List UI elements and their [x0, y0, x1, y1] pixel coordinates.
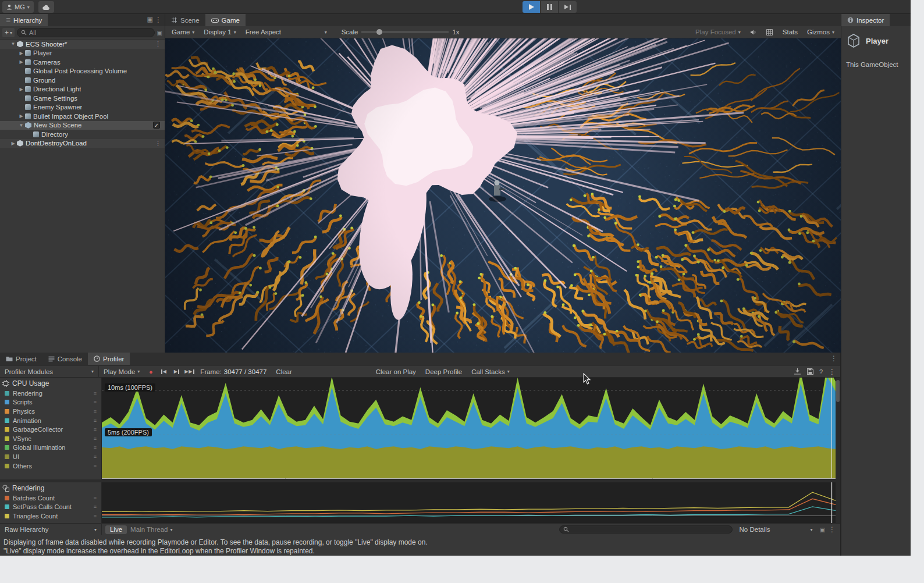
legend-item-setpass-calls-count[interactable]: SetPass Calls Count≡ [0, 503, 101, 512]
tab-scene[interactable]: Scene [165, 14, 205, 26]
profiler-search-field[interactable] [559, 525, 733, 534]
raw-hierarchy-dropdown[interactable]: Raw Hierarchy ▾ [0, 524, 102, 535]
hierarchy-item-cameras[interactable]: ▶Cameras [0, 58, 165, 67]
legend-item-physics[interactable]: Physics≡ [0, 407, 101, 416]
cpu-module-header[interactable]: CPU Usage [0, 378, 101, 389]
hierarchy-item-player[interactable]: ▶Player [0, 49, 165, 58]
game-view-render[interactable] [165, 38, 841, 353]
create-object-button[interactable]: + ▾ [2, 28, 15, 37]
help-icon[interactable]: ? [819, 368, 823, 375]
account-menu-button[interactable]: MG ▾ [2, 1, 34, 13]
rendering-module-header[interactable]: Rendering [0, 482, 101, 493]
hierarchy-item-ecs-shooter[interactable]: ▼ECS Shooter*⋮ [0, 40, 165, 49]
live-toggle[interactable]: Live [105, 525, 127, 534]
hierarchy-item-directional-light[interactable]: ▶Directional Light [0, 85, 165, 94]
load-profile-icon[interactable] [794, 368, 801, 375]
hierarchy-item-ground[interactable]: Ground [0, 76, 165, 85]
expand-arrow-icon[interactable]: ▼ [17, 123, 25, 128]
scale-slider[interactable] [361, 31, 449, 33]
hierarchy-item-bullet-impact-object-pool[interactable]: ▶Bullet Impact Object Pool [0, 112, 165, 121]
subscene-loaded-checkbox[interactable]: ✓ [153, 122, 160, 129]
step-button[interactable] [559, 1, 577, 13]
legend-drag-handle-icon[interactable]: ≡ [94, 463, 97, 469]
clear-button[interactable]: Clear [271, 366, 296, 377]
legend-item-animation[interactable]: Animation≡ [0, 416, 101, 425]
hierarchy-item-global-post-processing-volume[interactable]: Global Post Processing Volume [0, 67, 165, 76]
legend-item-garbagecollector[interactable]: GarbageCollector≡ [0, 425, 101, 434]
legend-drag-handle-icon[interactable]: ≡ [94, 418, 97, 424]
search-filter-icon[interactable]: ▣ [157, 30, 162, 36]
details-view-dropdown[interactable]: No Details ▾ [736, 526, 816, 533]
hierarchy-item-dontdestroyonload[interactable]: ▶DontDestroyOnLoad⋮ [0, 139, 165, 148]
record-button[interactable]: ● [144, 367, 157, 376]
deep-profile-toggle[interactable]: Deep Profile [421, 366, 467, 377]
expand-arrow-icon[interactable]: ▶ [17, 51, 25, 56]
hierarchy-item-directory[interactable]: Directory [0, 130, 165, 139]
cloud-services-button[interactable] [38, 1, 54, 13]
next-frame-button[interactable]: ▶ [170, 367, 183, 376]
legend-drag-handle-icon[interactable]: ≡ [94, 436, 97, 442]
hierarchy-item-enemy-spawner[interactable]: Enemy Spawner [0, 103, 165, 112]
legend-item-scripts[interactable]: Scripts≡ [0, 398, 101, 407]
vsync-grid-button[interactable] [763, 27, 776, 37]
expand-arrow-icon[interactable]: ▶ [17, 87, 25, 92]
hierarchy-search-input[interactable] [29, 29, 151, 36]
profiler-scrollbar[interactable] [836, 378, 840, 524]
profiler-menu-icon[interactable]: ⋮ [829, 368, 836, 376]
play-mode-dropdown[interactable]: Play Mode ▾ [99, 366, 144, 377]
legend-drag-handle-icon[interactable]: ≡ [94, 504, 97, 510]
current-frame-button[interactable]: ▶▶ [183, 367, 196, 376]
hierarchy-item-new-sub-scene[interactable]: ▼New Sub Scene✓ [0, 121, 165, 130]
pane-menu-icon[interactable]: ⋮ [155, 16, 162, 24]
aspect-ratio-dropdown[interactable]: Free Aspect ▾ [243, 27, 330, 37]
scrollbar-thumb[interactable] [836, 380, 840, 402]
scale-slider-knob[interactable] [376, 29, 382, 35]
thread-dropdown[interactable]: Main Thread ▾ [130, 526, 172, 533]
expand-arrow-icon[interactable]: ▶ [17, 113, 25, 119]
play-button[interactable] [523, 1, 541, 13]
legend-drag-handle-icon[interactable]: ≡ [94, 445, 97, 450]
mute-audio-button[interactable] [747, 27, 760, 37]
display-dropdown[interactable]: Display 1 ▾ [201, 27, 239, 37]
expand-arrow-icon[interactable]: ▶ [9, 141, 17, 146]
legend-item-global-illumination[interactable]: Global Illumination≡ [0, 443, 101, 453]
legend-item-triangles-count[interactable]: Triangles Count≡ [0, 511, 101, 521]
hierarchy-item-game-settings[interactable]: Game Settings [0, 94, 165, 103]
tab-hierarchy[interactable]: ☰ Hierarchy [0, 14, 48, 26]
scene-menu-icon[interactable]: ⋮ [155, 140, 161, 147]
tab-project[interactable]: Project [0, 353, 42, 365]
legend-drag-handle-icon[interactable]: ≡ [94, 399, 97, 405]
gizmos-dropdown[interactable]: Gizmos ▾ [804, 27, 837, 37]
legend-item-batches-count[interactable]: Batches Count≡ [0, 493, 101, 503]
tab-profiler[interactable]: Profiler [88, 353, 130, 365]
cpu-usage-chart[interactable] [102, 378, 836, 479]
tab-console[interactable]: Console [42, 353, 88, 365]
detach-pane-icon[interactable]: ▣ [820, 527, 825, 533]
legend-item-rendering[interactable]: Rendering≡ [0, 389, 101, 398]
legend-drag-handle-icon[interactable]: ≡ [94, 390, 97, 396]
legend-item-vsync[interactable]: VSync≡ [0, 434, 101, 443]
legend-drag-handle-icon[interactable]: ≡ [94, 408, 97, 414]
first-frame-button[interactable]: ◀ [157, 367, 170, 376]
pause-button[interactable] [541, 1, 559, 13]
legend-item-ui[interactable]: UI≡ [0, 452, 101, 461]
expand-arrow-icon[interactable]: ▶ [17, 59, 25, 65]
save-profile-icon[interactable] [807, 368, 813, 375]
rendering-chart[interactable] [102, 482, 836, 523]
hierarchy-search-field[interactable] [17, 28, 155, 37]
expand-arrow-icon[interactable]: ▼ [9, 41, 17, 47]
legend-drag-handle-icon[interactable]: ≡ [94, 495, 97, 501]
pane-menu-icon[interactable]: ⋮ [830, 354, 837, 362]
profiler-search-input[interactable] [571, 526, 728, 533]
legend-drag-handle-icon[interactable]: ≡ [94, 513, 97, 519]
call-stacks-dropdown[interactable]: Call Stacks ▾ [467, 366, 514, 377]
display-target-dropdown[interactable]: Game ▾ [169, 27, 197, 37]
stats-button[interactable]: Stats [780, 27, 801, 37]
pane-maximize-icon[interactable]: ▣ [147, 16, 153, 23]
tab-game[interactable]: Game [205, 14, 246, 26]
clear-on-play-toggle[interactable]: Clear on Play [371, 366, 421, 377]
profiler-modules-dropdown[interactable]: Profiler Modules ▾ [0, 366, 99, 377]
legend-item-others[interactable]: Others≡ [0, 461, 101, 471]
play-focused-dropdown[interactable]: Play Focused ▾ [692, 27, 744, 37]
scene-menu-icon[interactable]: ⋮ [155, 40, 161, 48]
